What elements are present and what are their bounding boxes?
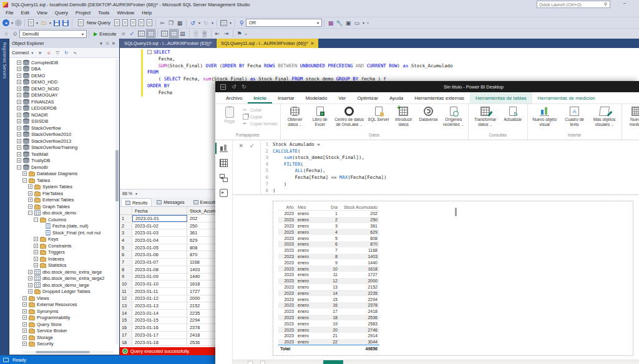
tab-messages[interactable]: Messages [153,198,188,206]
expand-icon[interactable]: + [28,184,32,189]
expand-icon[interactable]: + [22,315,27,320]
table-visual-row[interactable]: 2023enero111727 [278,272,379,278]
results-cell[interactable]: 2023-01-11 [132,288,187,295]
results-cell[interactable]: 2023-01-04 [132,237,187,244]
menu-item[interactable]: File [2,10,17,16]
back-dropdown[interactable]: ▾ [10,21,14,25]
table-visual-row[interactable]: 2023enero202746 [278,327,379,333]
onelake-hub-button[interactable]: Centro de datos de OneLake ⌄ [333,105,366,127]
indent-decrease-icon[interactable]: ⇤ [213,30,222,38]
expand-icon[interactable]: + [17,158,21,163]
table-visual-row[interactable]: 2023enero142235 [278,290,379,296]
expand-icon[interactable]: + [17,145,21,150]
activity-monitor-icon[interactable]: ∿ [72,50,78,55]
table-visual-row[interactable]: 2023enero4629 [278,229,379,235]
refresh-button[interactable]: Actualizar [501,105,525,122]
redo-icon[interactable]: ↻ [202,19,210,27]
connect-icon[interactable]: ⎈ [2,30,11,38]
expand-icon[interactable]: + [17,139,21,143]
expand-icon[interactable]: + [22,302,27,307]
results-grid-toggle-icon[interactable] [147,31,154,37]
tree-item[interactable]: +StackOverflow2010 [9,132,119,138]
registered-servers-tab[interactable]: Registered Servers [2,42,7,355]
enter-data-button[interactable]: Introducir datos [392,105,416,127]
collapse-icon[interactable]: − [22,178,27,183]
page-nav-icon[interactable] [248,361,253,364]
display-estimated-plan-icon[interactable]: ▩ [326,19,335,27]
tree-item[interactable]: +Query Store [9,321,119,328]
ribbon-tab[interactable]: Archivo [220,92,248,103]
expand-icon[interactable]: + [28,283,32,287]
new-file-dropdown[interactable]: ▾ [35,21,39,25]
tree-item[interactable]: +NOADR [9,112,119,118]
excel-workbook-button[interactable]: Libro de Excel [308,105,332,127]
tree-item[interactable]: −dbo.stock_demo [9,210,119,217]
tree-item[interactable]: +StackOverflowTraining [9,145,119,151]
table-visual-row[interactable]: 2023enero182536 [278,315,379,321]
table-visual-row[interactable]: 2023enero162378 [278,302,379,309]
data-view-icon[interactable] [220,159,228,167]
expand-icon[interactable]: + [34,250,38,254]
results-cell[interactable]: 2023-01-13 [132,302,187,309]
cancel-formula-icon[interactable]: ✕ [238,143,243,194]
parse-icon[interactable]: ✓ [128,30,137,38]
tree-item[interactable]: +Triggers [9,249,119,256]
expand-icon[interactable]: + [22,322,27,327]
expand-icon[interactable]: + [22,342,27,346]
tree-item[interactable]: −Tables [9,177,119,184]
connect-dropdown[interactable]: Connect ▾ [12,50,34,55]
ribbon-tab[interactable]: Herramientas externas [409,92,470,103]
table-visual-row[interactable]: 2023enero212914 [278,333,379,339]
ribbon-tab[interactable]: Ver [333,92,351,103]
tree-item[interactable]: Stock_Final (int, not nul [9,229,119,236]
tree-item[interactable]: −DemoBI [9,164,119,171]
tree-item[interactable]: +FINANZAS [9,98,119,105]
ribbon-tab[interactable]: Herramientas de medición [532,92,601,103]
column-header-stock-acumulado[interactable]: Stock Acumulado [339,205,379,209]
dmx-query-icon[interactable] [130,19,136,26]
results-cell[interactable]: 2023-01-16 [132,324,187,331]
dax-query-view-icon[interactable] [220,189,228,197]
find-icon[interactable]: ⚲ [237,19,246,27]
stop-icon[interactable]: ⎉ [46,50,52,55]
save-all-icon[interactable] [62,20,69,26]
results-cell[interactable]: 2023-01-07 [132,259,187,266]
zoom-dropdown[interactable]: ▾ [134,191,139,196]
new-query-button[interactable]: New Query [74,19,113,26]
paste-icon[interactable]: ▦ [175,19,184,27]
expand-icon[interactable]: + [34,263,38,267]
results-cell[interactable]: 2023-01-14 [132,310,187,317]
console-dropdown[interactable]: ▾ [361,21,366,25]
expand-icon[interactable]: + [28,198,32,202]
cut-button[interactable]: Cortar [243,107,278,113]
dax-formula-bar[interactable]: ✕ ✓ 1Stock Acumulado = 2CALCULATE(3 sum(… [233,140,639,195]
outline-icon[interactable]: ░ [192,30,200,38]
pin-icon[interactable]: ⛌ [104,41,110,46]
expand-icon[interactable]: + [17,93,21,97]
expand-icon[interactable]: + [17,152,21,156]
tree-item[interactable]: +SSISDB [9,118,119,125]
menu-item[interactable]: Help [138,10,155,16]
expand-icon[interactable]: + [17,126,21,130]
expand-icon[interactable]: + [17,87,21,91]
results-cell[interactable]: 2023-01-03 [132,229,187,236]
execute-button[interactable]: ▶Execute [91,31,119,37]
navigate-forward-icon[interactable]: ▸ [15,19,22,26]
table-visual-row[interactable]: 2023enero91440 [278,259,379,266]
expand-icon[interactable]: + [17,106,21,110]
model-view-icon[interactable] [220,174,228,182]
tree-item[interactable]: +FileTables [9,190,119,197]
sql-server-button[interactable]: SQL Server [367,105,391,122]
report-canvas[interactable]: Año Mes Día Stock Acumulado 2023enero120… [233,195,639,360]
tree-item[interactable]: +Synonyms [9,308,119,315]
new-visual-button[interactable]: Nuevo objeto visual [530,105,559,127]
tree-item[interactable]: +Graph Tables [9,203,119,210]
table-visual-row[interactable]: 2023enero223044 [278,339,379,345]
tree-item[interactable]: +dbo.stock_demo_large [9,282,119,289]
table-visual-row[interactable]: 2023enero101618 [278,266,379,272]
sqlcmd-icon[interactable] [147,19,152,26]
tree-item[interactable]: +Keys [9,236,119,243]
results-cell[interactable]: 2023-01-09 [132,274,187,280]
results-text-icon[interactable] [161,31,168,37]
visual-scrollbar[interactable] [455,208,457,216]
